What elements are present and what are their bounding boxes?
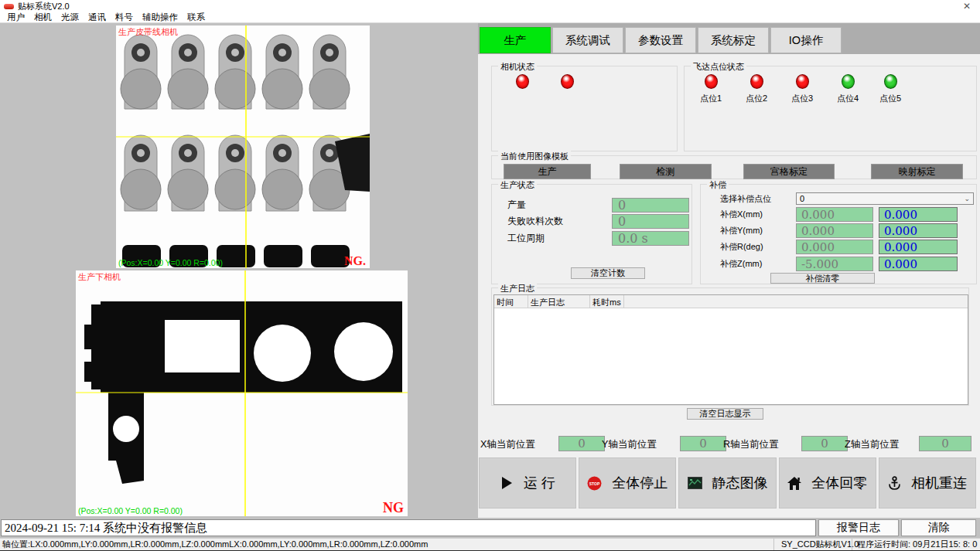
close-icon[interactable]: ✕ bbox=[961, 0, 973, 12]
compensation-x-input-field[interactable]: 0.000 bbox=[879, 207, 958, 222]
stop-icon: STOP bbox=[587, 476, 602, 491]
svg-text:STOP: STOP bbox=[589, 481, 600, 485]
menu-item-user[interactable]: 用户 bbox=[2, 12, 29, 23]
feeder-point-5-led bbox=[884, 74, 897, 89]
production-log-table[interactable]: 时间 生产日志 耗时ms bbox=[493, 294, 968, 405]
feeder-point-2-label: 点位2 bbox=[746, 93, 767, 104]
play-icon bbox=[500, 476, 514, 490]
compensation-title: 补偿 bbox=[707, 179, 729, 191]
stop-all-button-label: 全体停止 bbox=[612, 474, 668, 492]
bottom-camera-result-badge: NG bbox=[383, 500, 404, 516]
camera-1-status-led bbox=[516, 74, 529, 89]
feeder-point-3-label: 点位3 bbox=[791, 93, 813, 104]
compensation-r-row: 补偿R(deg) 0.000 0.000 bbox=[720, 240, 958, 254]
production-log-group: 生产日志 时间 生产日志 耗时ms bbox=[491, 287, 969, 406]
tab-io-operation[interactable]: IO操作 bbox=[770, 27, 842, 53]
camera-reconnect-icon bbox=[888, 476, 901, 490]
compensation-select-row: 选择补偿点位 0 ⌄ bbox=[720, 192, 974, 205]
compensation-z-current-field: -5.000 bbox=[796, 257, 873, 271]
camera-reconnect-button[interactable]: 相机重连 bbox=[879, 457, 976, 508]
compensation-y-label: 补偿Y(mm) bbox=[720, 225, 796, 236]
belt-camera-label: 生产皮带线相机 bbox=[118, 26, 178, 38]
feeder-point-3: 点位3 bbox=[784, 74, 820, 104]
control-button-row: 运 行 STOP 全体停止 静态图像 bbox=[479, 457, 976, 508]
tab-strip: 生产 系统调试 参数设置 系统标定 IO操作 bbox=[478, 23, 980, 54]
menu-item-aux[interactable]: 辅助操作 bbox=[138, 12, 183, 23]
log-column-time: 时间 bbox=[494, 295, 528, 308]
failed-blow-row: 失败吹料次数 0 bbox=[507, 214, 689, 229]
compensation-z-input-field[interactable]: 0.000 bbox=[879, 257, 958, 271]
template-mapping-calibration-button[interactable]: 映射标定 bbox=[871, 164, 963, 179]
feeder-point-4-label: 点位4 bbox=[837, 93, 859, 104]
template-production-button[interactable]: 生产 bbox=[504, 164, 591, 179]
menu-item-light[interactable]: 光源 bbox=[56, 12, 84, 23]
template-detect-button[interactable]: 检测 bbox=[620, 164, 712, 179]
x-axis-position-label: X轴当前位置 bbox=[480, 438, 535, 451]
tab-parameter-settings[interactable]: 参数设置 bbox=[625, 27, 696, 53]
status-runtime-text: 程序运行时间: 09月21日15: 8: 0 bbox=[852, 539, 980, 550]
compensation-point-select[interactable]: 0 ⌄ bbox=[796, 192, 974, 205]
production-status-title: 生产状态 bbox=[498, 179, 537, 191]
tab-system-calibration[interactable]: 系统标定 bbox=[698, 27, 769, 53]
menu-item-camera[interactable]: 相机 bbox=[29, 12, 56, 23]
feeder-point-1-led bbox=[705, 74, 718, 89]
feeder-status-title: 飞达点位状态 bbox=[691, 61, 746, 73]
compensation-y-row: 补偿Y(mm) 0.000 0.000 bbox=[720, 223, 958, 238]
compensation-y-current-field: 0.000 bbox=[796, 223, 873, 238]
stop-all-button[interactable]: STOP 全体停止 bbox=[579, 457, 676, 508]
menu-item-partno[interactable]: 料号 bbox=[111, 12, 138, 23]
camera-status-title: 相机状态 bbox=[498, 61, 537, 73]
y-axis-position-label: Y轴当前位置 bbox=[602, 438, 657, 451]
z-axis-position-label: Z轴当前位置 bbox=[845, 438, 899, 451]
static-image-button[interactable]: 静态图像 bbox=[678, 457, 776, 508]
bottom-camera-image bbox=[76, 270, 408, 516]
production-status-group: 生产状态 产量 0 失败吹料次数 0 工位周期 0.0 s 清空计数 bbox=[491, 184, 692, 284]
compensation-x-label: 补偿X(mm) bbox=[720, 209, 796, 220]
chevron-down-icon: ⌄ bbox=[964, 195, 970, 202]
run-button[interactable]: 运 行 bbox=[479, 457, 576, 508]
log-column-message: 生产日志 bbox=[528, 295, 590, 308]
compensation-point-selected-value: 0 bbox=[800, 194, 804, 203]
output-label: 产量 bbox=[507, 199, 612, 212]
status-bar: 轴位置:LX:0.000mm,LY:0.000mm,LR:0.000mm,LZ:… bbox=[0, 538, 980, 551]
compensation-x-current-field: 0.000 bbox=[796, 207, 873, 222]
camera-reconnect-button-label: 相机重连 bbox=[911, 474, 967, 492]
template-grid-calibration-button[interactable]: 宫格标定 bbox=[743, 164, 835, 179]
tab-production[interactable]: 生产 bbox=[480, 27, 551, 53]
compensation-r-input-field[interactable]: 0.000 bbox=[879, 240, 958, 254]
belt-camera-image bbox=[116, 26, 370, 268]
compensation-y-input-field[interactable]: 0.000 bbox=[879, 223, 958, 238]
tab-system-debug[interactable]: 系统调试 bbox=[552, 27, 623, 53]
belt-camera-view: 生产皮带线相机 (Pos:X=0.00 Y=0.00 R=0.00) NG. bbox=[116, 26, 370, 268]
menu-item-comm[interactable]: 通讯 bbox=[84, 12, 111, 23]
feeder-point-3-led bbox=[796, 74, 809, 89]
home-all-button[interactable]: 全体回零 bbox=[779, 457, 876, 508]
title-bar: 贴标系统V2.0 ✕ bbox=[0, 0, 980, 12]
compensation-zero-button[interactable]: 补偿清零 bbox=[770, 273, 875, 284]
clear-log-button[interactable]: 清空日志显示 bbox=[687, 408, 763, 420]
alarm-log-button[interactable]: 报警日志 bbox=[818, 519, 899, 536]
output-value-field: 0 bbox=[612, 198, 689, 213]
alarm-message-text: 2024-09-21 15: 7:14 系统中没有报警信息 bbox=[5, 521, 207, 536]
feeder-point-5: 点位5 bbox=[872, 74, 908, 104]
compensation-z-row: 补偿Z(mm) -5.000 0.000 bbox=[720, 257, 958, 271]
compensation-x-row: 补偿X(mm) 0.000 0.000 bbox=[720, 207, 958, 222]
menu-item-contact[interactable]: 联系 bbox=[183, 12, 210, 23]
clear-count-button[interactable]: 清空计数 bbox=[571, 267, 645, 279]
alarm-clear-button[interactable]: 清除 bbox=[901, 519, 976, 536]
r-axis-position-label: R轴当前位置 bbox=[723, 438, 779, 451]
feeder-point-4: 点位4 bbox=[830, 74, 866, 104]
menu-bar: 用户 相机 光源 通讯 料号 辅助操作 联系 bbox=[0, 12, 980, 23]
alarm-message-box: 2024-09-21 15: 7:14 系统中没有报警信息 bbox=[1, 519, 816, 536]
feeder-point-1: 点位1 bbox=[693, 74, 729, 104]
static-image-button-label: 静态图像 bbox=[712, 474, 768, 492]
log-column-elapsed: 耗时ms bbox=[590, 295, 624, 308]
x-axis-position-field: 0 bbox=[558, 436, 605, 451]
failed-blow-value-field: 0 bbox=[612, 214, 689, 229]
z-axis-position-field: 0 bbox=[919, 436, 971, 451]
bottom-camera-view: 生产下相机 (Pos:X=0.00 Y=0.00 R=0.00) NG bbox=[76, 270, 408, 516]
axis-position-row: X轴当前位置 0 Y轴当前位置 0 R轴当前位置 0 Z轴当前位置 0 bbox=[478, 435, 980, 452]
image-template-title: 当前使用图像模板 bbox=[498, 151, 571, 162]
compensation-z-label: 补偿Z(mm) bbox=[720, 258, 796, 270]
r-axis-position-field: 0 bbox=[801, 436, 848, 451]
